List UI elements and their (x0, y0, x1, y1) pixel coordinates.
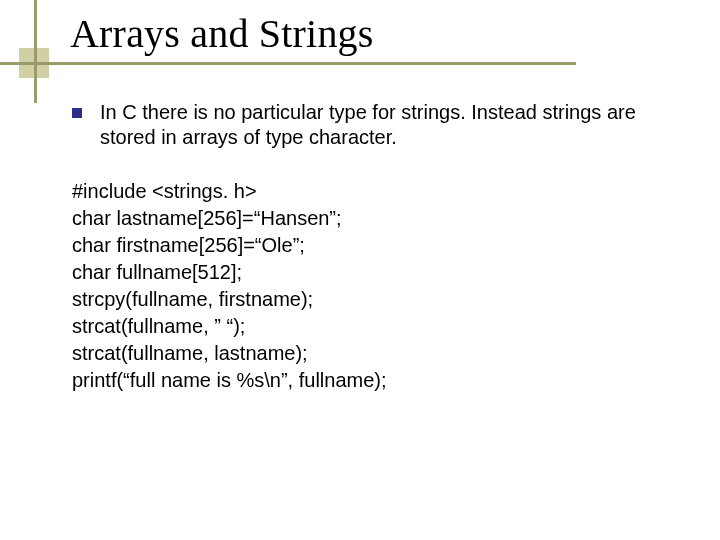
code-line: char fullname[512]; (72, 259, 672, 286)
horizontal-rule (0, 62, 576, 65)
code-line: strcpy(fullname, firstname); (72, 286, 672, 313)
code-line: #include <strings. h> (72, 178, 672, 205)
bullet-text: In C there is no particular type for str… (100, 100, 672, 150)
code-line: printf(“full name is %s\n”, fullname); (72, 367, 672, 394)
bullet-item: In C there is no particular type for str… (72, 100, 672, 150)
title-area: Arrays and Strings (70, 12, 374, 56)
code-line: char lastname[256]=“Hansen”; (72, 205, 672, 232)
code-line: strcat(fullname, lastname); (72, 340, 672, 367)
slide-title: Arrays and Strings (70, 12, 374, 56)
square-bullet-icon (72, 108, 82, 118)
vertical-rule (34, 0, 37, 103)
slide: Arrays and Strings In C there is no part… (0, 0, 720, 540)
code-line: strcat(fullname, ” “); (72, 313, 672, 340)
slide-body: In C there is no particular type for str… (72, 100, 672, 394)
code-line: char firstname[256]=“Ole”; (72, 232, 672, 259)
code-block: #include <strings. h> char lastname[256]… (72, 178, 672, 394)
